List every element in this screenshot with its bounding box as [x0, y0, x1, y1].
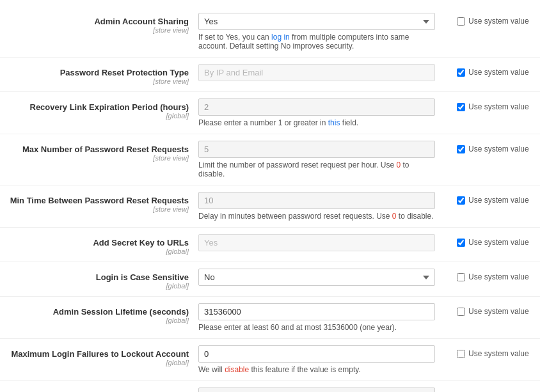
label-col-lockout-time: Lockout Time (minutes)[global]: [0, 388, 198, 392]
system-value-col-admin-account-sharing: Use system value: [457, 13, 540, 26]
field-scope-password-reset-protection: [store view]: [0, 77, 189, 85]
use-system-value-checkbox-max-password-reset-requests[interactable]: [457, 145, 465, 153]
system-value-col-max-login-failures: Use system value: [457, 345, 540, 358]
input-col-recovery-link-expiration: Please enter a number 1 or greater in th…: [198, 98, 457, 127]
label-col-add-secret-key: Add Secret Key to URLs[global]: [0, 234, 198, 255]
input-recovery-link-expiration: [198, 98, 435, 116]
use-system-value-label-min-time-between-requests: Use system value: [468, 196, 529, 205]
use-system-value-label-admin-session-lifetime: Use system value: [468, 307, 529, 316]
input-col-add-secret-key: YesNo: [198, 234, 457, 251]
form-row-add-secret-key: Add Secret Key to URLs[global]YesNoUse s…: [0, 228, 540, 262]
field-scope-recovery-link-expiration: [global]: [0, 112, 189, 120]
hint-max-password-reset-requests: Limit the number of password reset reque…: [198, 161, 435, 178]
hint-recovery-link-expiration: Please enter a number 1 or greater in th…: [198, 118, 435, 127]
form-row-admin-session-lifetime: Admin Session Lifetime (seconds)[global]…: [0, 297, 540, 339]
system-value-col-admin-session-lifetime: Use system value: [457, 303, 540, 316]
input-admin-session-lifetime[interactable]: [198, 303, 435, 320]
label-col-max-password-reset-requests: Max Number of Password Reset Requests[st…: [0, 141, 198, 162]
system-value-col-max-password-reset-requests: Use system value: [457, 141, 540, 153]
form-row-recovery-link-expiration: Recovery Link Expiration Period (hours)[…: [0, 92, 540, 134]
form-row-max-login-failures: Maximum Login Failures to Lockout Accoun…: [0, 339, 540, 381]
hint-admin-session-lifetime: Please enter at least 60 and at most 315…: [198, 323, 435, 332]
use-system-value-label-recovery-link-expiration: Use system value: [468, 102, 529, 111]
use-system-value-checkbox-recovery-link-expiration[interactable]: [457, 103, 465, 111]
field-scope-admin-session-lifetime: [global]: [0, 317, 189, 324]
hint-max-login-failures: We will disable this feature if the valu…: [198, 365, 435, 374]
form-row-min-time-between-requests: Min Time Between Password Reset Requests…: [0, 185, 540, 228]
use-system-value-label-admin-account-sharing: Use system value: [468, 17, 529, 26]
system-value-col-password-reset-protection: Use system value: [457, 64, 540, 77]
field-label-recovery-link-expiration: Recovery Link Expiration Period (hours): [0, 102, 189, 112]
input-col-admin-account-sharing: YesNoIf set to Yes, you can log in from …: [198, 13, 457, 51]
select-login-case-sensitive[interactable]: NoYes: [198, 269, 435, 286]
label-col-admin-session-lifetime: Admin Session Lifetime (seconds)[global]: [0, 303, 198, 324]
use-system-value-label-max-password-reset-requests: Use system value: [468, 145, 529, 153]
input-col-lockout-time: [198, 388, 457, 392]
use-system-value-label-add-secret-key: Use system value: [468, 238, 529, 247]
system-value-col-recovery-link-expiration: Use system value: [457, 98, 540, 111]
use-system-value-label-max-login-failures: Use system value: [468, 349, 529, 358]
input-col-max-password-reset-requests: Limit the number of password reset reque…: [198, 141, 457, 178]
field-scope-max-password-reset-requests: [store view]: [0, 154, 189, 162]
field-scope-admin-account-sharing: [store view]: [0, 26, 189, 34]
label-col-max-login-failures: Maximum Login Failures to Lockout Accoun…: [0, 345, 198, 366]
use-system-value-label-login-case-sensitive: Use system value: [468, 272, 529, 281]
use-system-value-checkbox-min-time-between-requests[interactable]: [457, 196, 465, 205]
field-label-max-password-reset-requests: Max Number of Password Reset Requests: [0, 145, 189, 154]
use-system-value-checkbox-max-login-failures[interactable]: [457, 350, 465, 358]
use-system-value-checkbox-admin-session-lifetime[interactable]: [457, 308, 465, 316]
form-row-lockout-time: Lockout Time (minutes)[global]Use system…: [0, 381, 540, 392]
use-system-value-label-password-reset-protection: Use system value: [468, 68, 529, 77]
input-col-admin-session-lifetime: Please enter at least 60 and at most 315…: [198, 303, 457, 332]
field-scope-min-time-between-requests: [store view]: [0, 205, 189, 213]
hint-admin-account-sharing: If set to Yes, you can log in from multi…: [198, 33, 435, 51]
field-label-admin-session-lifetime: Admin Session Lifetime (seconds): [0, 307, 189, 317]
use-system-value-checkbox-admin-account-sharing[interactable]: [457, 17, 465, 26]
system-value-col-login-case-sensitive: Use system value: [457, 269, 540, 281]
field-label-add-secret-key: Add Secret Key to URLs: [0, 238, 189, 247]
label-col-recovery-link-expiration: Recovery Link Expiration Period (hours)[…: [0, 98, 198, 120]
system-value-col-min-time-between-requests: Use system value: [457, 192, 540, 205]
input-lockout-time: [198, 388, 435, 392]
label-col-min-time-between-requests: Min Time Between Password Reset Requests…: [0, 192, 198, 213]
select-add-secret-key[interactable]: YesNo: [198, 234, 435, 251]
system-value-col-lockout-time: Use system value: [457, 388, 540, 392]
use-system-value-checkbox-login-case-sensitive[interactable]: [457, 273, 465, 281]
label-col-admin-account-sharing: Admin Account Sharing[store view]: [0, 13, 198, 34]
system-value-col-add-secret-key: Use system value: [457, 234, 540, 247]
label-col-password-reset-protection: Password Reset Protection Type[store vie…: [0, 64, 198, 85]
hint-min-time-between-requests: Delay in minutes between password reset …: [198, 212, 435, 221]
select-password-reset-protection[interactable]: By IP and EmailBy IPBy EmailNone: [198, 64, 435, 81]
form-row-password-reset-protection: Password Reset Protection Type[store vie…: [0, 58, 540, 92]
input-col-password-reset-protection: By IP and EmailBy IPBy EmailNone: [198, 64, 457, 81]
field-label-max-login-failures: Maximum Login Failures to Lockout Accoun…: [0, 349, 189, 359]
use-system-value-checkbox-password-reset-protection[interactable]: [457, 68, 465, 77]
input-min-time-between-requests: [198, 192, 435, 209]
field-label-login-case-sensitive: Login is Case Sensitive: [0, 272, 189, 282]
field-scope-add-secret-key: [global]: [0, 247, 189, 255]
use-system-value-checkbox-add-secret-key[interactable]: [457, 239, 465, 247]
settings-form: Admin Account Sharing[store view]YesNoIf…: [0, 0, 540, 392]
input-col-login-case-sensitive: NoYes: [198, 269, 457, 286]
form-row-login-case-sensitive: Login is Case Sensitive[global]NoYesUse …: [0, 262, 540, 297]
form-row-max-password-reset-requests: Max Number of Password Reset Requests[st…: [0, 134, 540, 185]
field-label-password-reset-protection: Password Reset Protection Type: [0, 68, 189, 77]
field-label-admin-account-sharing: Admin Account Sharing: [0, 17, 189, 26]
input-max-password-reset-requests: [198, 141, 435, 158]
field-label-min-time-between-requests: Min Time Between Password Reset Requests: [0, 196, 189, 205]
select-admin-account-sharing[interactable]: YesNo: [198, 13, 435, 30]
label-col-login-case-sensitive: Login is Case Sensitive[global]: [0, 269, 198, 290]
input-col-min-time-between-requests: Delay in minutes between password reset …: [198, 192, 457, 221]
form-row-admin-account-sharing: Admin Account Sharing[store view]YesNoIf…: [0, 6, 540, 58]
field-scope-max-login-failures: [global]: [0, 359, 189, 366]
field-scope-login-case-sensitive: [global]: [0, 282, 189, 290]
input-col-max-login-failures: We will disable this feature if the valu…: [198, 345, 457, 374]
input-max-login-failures[interactable]: [198, 345, 435, 363]
